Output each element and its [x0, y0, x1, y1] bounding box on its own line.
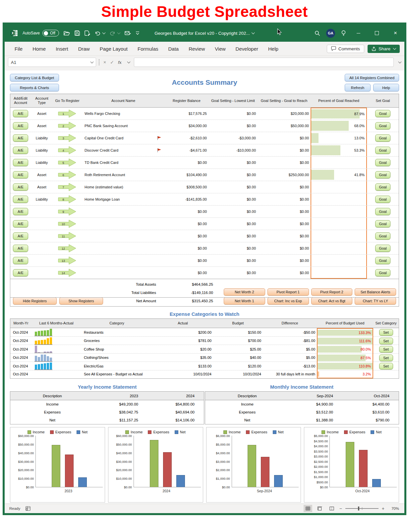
formula-bar-expand-icon[interactable]	[398, 60, 402, 63]
chart-ty-vs-ly-button[interactable]: Chart: TY vs LY	[355, 297, 396, 305]
zoom-out-button[interactable]: −	[339, 506, 342, 511]
set-category-button[interactable]: Set	[379, 346, 393, 353]
menu-tab-help[interactable]: Help	[268, 46, 278, 52]
menu-tab-draw[interactable]: Draw	[78, 46, 90, 52]
set-goal-button[interactable]: Goal	[375, 269, 390, 276]
autosave-pill[interactable]: Off	[42, 30, 59, 36]
pivot-report-1-button[interactable]: Pivot Report 1	[267, 288, 309, 296]
comments-button[interactable]: Comments	[327, 45, 364, 53]
set-category-button[interactable]: Set	[379, 355, 393, 361]
name-box[interactable]: A1	[8, 58, 96, 67]
add-edit-account-button[interactable]: A/E	[13, 147, 28, 154]
add-edit-account-button[interactable]: A/E	[13, 232, 28, 240]
add-edit-account-button[interactable]: A/E	[13, 208, 28, 215]
zoom-in-button[interactable]: +	[382, 506, 384, 511]
menu-tab-view[interactable]: View	[215, 46, 225, 52]
minimize-button[interactable]	[352, 24, 365, 42]
set-goal-button[interactable]: Goal	[375, 245, 390, 252]
undo-button[interactable]	[95, 31, 105, 36]
menu-tab-file[interactable]: File	[15, 46, 23, 52]
set-goal-button[interactable]: Goal	[375, 147, 390, 154]
go-to-register-arrow-icon[interactable]: 1	[58, 109, 77, 118]
confirm-entry-icon[interactable]: ✓	[110, 60, 114, 65]
all-registers-combined-button[interactable]: All 14 Registers Combined	[345, 74, 399, 81]
lightbulb-icon[interactable]	[341, 30, 346, 36]
add-edit-account-button[interactable]: A/E	[13, 257, 28, 264]
set-goal-button[interactable]: Goal	[375, 257, 390, 264]
share-button[interactable]: Share	[368, 45, 400, 53]
function-chevron-icon[interactable]	[127, 60, 131, 63]
maximize-button[interactable]	[371, 24, 383, 42]
title-chevron-icon[interactable]	[252, 31, 255, 34]
customize-quick-access-icon[interactable]	[136, 31, 140, 35]
go-to-register-arrow-icon[interactable]: 5	[58, 158, 77, 167]
add-edit-account-button[interactable]: A/E	[13, 171, 28, 178]
open-folder-icon[interactable]	[64, 31, 70, 36]
go-to-register-arrow-icon[interactable]: 10	[58, 219, 77, 228]
go-to-register-arrow-icon[interactable]: 7	[58, 183, 77, 191]
set-goal-button[interactable]: Goal	[375, 171, 390, 178]
add-edit-account-button[interactable]: A/E	[13, 159, 28, 166]
go-to-register-arrow-icon[interactable]: 8	[58, 195, 77, 204]
menu-tab-home[interactable]: Home	[32, 46, 46, 52]
formula-input[interactable]	[134, 58, 394, 67]
net-worth-2-button[interactable]: Net Worth 2	[224, 288, 265, 296]
refresh-button[interactable]: Refresh	[345, 84, 371, 91]
add-edit-account-button[interactable]: A/E	[13, 110, 28, 117]
save-as-icon[interactable]	[85, 30, 90, 36]
menu-tab-data[interactable]: Data	[168, 46, 179, 52]
go-to-register-arrow-icon[interactable]: 11	[58, 232, 77, 240]
net-worth-1-button[interactable]: Net Worth 1	[224, 297, 265, 305]
chart-inc-vs-exp-button[interactable]: Chart: Inc vs Exp	[267, 297, 309, 305]
add-edit-account-button[interactable]: A/E	[13, 269, 28, 276]
go-to-register-arrow-icon[interactable]: 9	[58, 207, 77, 216]
set-goal-button[interactable]: Goal	[375, 183, 390, 191]
go-to-register-arrow-icon[interactable]: 6	[58, 170, 77, 179]
show-registers-button[interactable]: Show Registers	[59, 297, 103, 305]
redo-button[interactable]	[110, 31, 120, 36]
save-icon[interactable]	[75, 30, 80, 36]
cancel-entry-icon[interactable]: ×	[103, 60, 106, 65]
excel-app-icon[interactable]: X	[11, 30, 18, 36]
set-goal-button[interactable]: Goal	[375, 196, 390, 203]
set-goal-button[interactable]: Goal	[375, 208, 390, 215]
add-edit-account-button[interactable]: A/E	[13, 183, 28, 191]
menu-tab-insert[interactable]: Insert	[56, 46, 68, 52]
autosave-toggle[interactable]: AutoSave Off	[23, 30, 59, 36]
close-button[interactable]: ×	[389, 24, 402, 42]
email-icon[interactable]	[125, 31, 131, 36]
add-edit-account-button[interactable]: A/E	[13, 122, 28, 129]
set-category-button[interactable]: Set	[379, 363, 393, 369]
add-edit-account-button[interactable]: A/E	[13, 245, 28, 252]
user-avatar[interactable]: GA	[326, 29, 335, 38]
name-box-chevron-icon[interactable]	[90, 60, 94, 63]
add-edit-account-button[interactable]: A/E	[13, 134, 28, 142]
zoom-slider[interactable]	[345, 508, 379, 509]
go-to-register-arrow-icon[interactable]: 13	[58, 256, 77, 265]
add-edit-account-button[interactable]: A/E	[13, 196, 28, 203]
set-category-button[interactable]: Set	[379, 329, 393, 336]
go-to-register-arrow-icon[interactable]: 14	[58, 268, 77, 277]
go-to-register-arrow-icon[interactable]: 3	[58, 134, 77, 142]
menu-tab-developer[interactable]: Developer	[236, 46, 258, 52]
page-layout-view-button[interactable]	[316, 505, 324, 512]
zoom-slider-thumb[interactable]	[358, 507, 359, 510]
menu-tab-formulas[interactable]: Formulas	[138, 46, 158, 52]
help-button[interactable]: Help	[373, 84, 399, 91]
set-balance-alerts-button[interactable]: Set Balance Alerts	[355, 288, 396, 296]
go-to-register-arrow-icon[interactable]: 2	[58, 121, 77, 130]
menu-tab-page-layout[interactable]: Page Layout	[100, 46, 128, 52]
go-to-register-arrow-icon[interactable]: 12	[58, 244, 77, 253]
pivot-report-2-button[interactable]: Pivot Report 2	[311, 288, 353, 296]
set-goal-button[interactable]: Goal	[375, 232, 390, 240]
page-break-view-button[interactable]	[327, 505, 336, 512]
insert-function-icon[interactable]: fx	[118, 60, 122, 65]
set-goal-button[interactable]: Goal	[375, 110, 390, 117]
go-to-register-arrow-icon[interactable]: 4	[58, 146, 77, 155]
set-goal-button[interactable]: Goal	[375, 134, 390, 142]
set-category-button[interactable]: Set	[379, 338, 393, 344]
add-edit-account-button[interactable]: A/E	[13, 220, 28, 227]
search-icon[interactable]	[315, 30, 320, 36]
formula-bar-separator[interactable]	[99, 59, 99, 65]
macro-record-icon[interactable]	[26, 506, 30, 511]
